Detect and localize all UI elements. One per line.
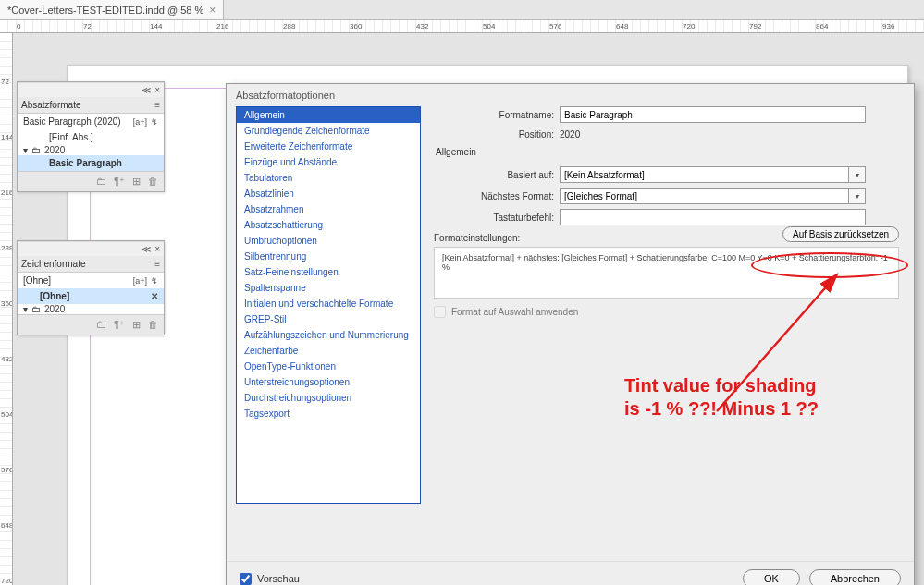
ruler-tick: 504 (483, 22, 495, 30)
cancel-button[interactable]: Abbrechen (809, 569, 901, 585)
clear-overrides-icon[interactable]: ¶⁺ (114, 319, 125, 331)
based-on-combo[interactable]: ▾ (560, 166, 866, 183)
list-item[interactable]: [Ohne] ✕ (18, 288, 164, 304)
ok-button[interactable]: OK (743, 569, 800, 585)
clear-override-icon[interactable]: ↯ (151, 276, 158, 286)
category-item[interactable]: Unterstreichungsoptionen (237, 374, 420, 390)
paragraph-style-options-dialog[interactable]: Absatzformatoptionen AllgemeinGrundlegen… (226, 83, 915, 585)
override-indicator[interactable]: [a+] (133, 276, 147, 286)
category-item[interactable]: Einzüge und Abstände (237, 154, 420, 170)
ruler-tick: 216 (1, 189, 13, 197)
folder-item[interactable]: ▾ 🗀 2020 (18, 145, 164, 155)
next-style-input[interactable] (560, 188, 849, 204)
ruler-tick: 360 (1, 299, 13, 308)
clear-override-icon[interactable]: ↯ (151, 117, 158, 127)
category-item[interactable]: Absatzlinien (237, 186, 420, 201)
next-style-combo[interactable]: ▾ (560, 188, 866, 204)
category-item[interactable]: Umbruchoptionen (237, 233, 420, 249)
position-value: 2020 (560, 128, 866, 141)
panel-paragraph-styles[interactable]: ≪ × Absatzformate ≡ Basic Paragraph (202… (17, 81, 165, 192)
category-item[interactable]: Durchstreichungsoptionen (237, 390, 420, 406)
category-item[interactable]: Absatzschattierung (237, 217, 420, 233)
clear-overrides-icon[interactable]: ¶⁺ (114, 176, 125, 188)
ruler-tick: 648 (1, 521, 13, 530)
category-item[interactable]: Satz-Feineinstellungen (237, 264, 420, 280)
category-item[interactable]: Silbentrennung (237, 249, 420, 264)
ruler-tick: 72 (83, 22, 92, 30)
new-folder-icon[interactable]: 🗀 (96, 176, 106, 188)
panel-menu-icon[interactable]: ≡ (154, 100, 160, 110)
ruler-tick: 792 (749, 22, 761, 30)
override-indicator[interactable]: [a+] (133, 117, 147, 127)
panel-close-icon[interactable]: × (154, 244, 160, 254)
close-icon[interactable]: × (209, 4, 216, 17)
category-item[interactable]: Initialen und verschachtelte Formate (237, 296, 420, 311)
new-folder-icon[interactable]: 🗀 (96, 319, 106, 331)
ruler-tick: 576 (1, 466, 13, 474)
category-item[interactable]: GREP-Stil (237, 311, 420, 327)
dialog-footer: Vorschau OK Abbrechen (227, 561, 914, 585)
ruler-horizontal: 072144216288360432504576648720792864936 (0, 20, 924, 33)
settings-summary-box: [Kein Absatzformat] + nächstes: [Gleiche… (434, 247, 899, 299)
ruler-tick: 432 (416, 22, 428, 30)
reset-to-base-button[interactable]: Auf Basis zurücksetzen (782, 226, 899, 242)
ruler-tick: 576 (549, 22, 561, 30)
preview-label: Vorschau (257, 573, 300, 584)
delete-icon[interactable]: 🗑 (148, 319, 158, 331)
category-item[interactable]: Tabulatoren (237, 170, 420, 186)
formatname-label: Formatname: (434, 110, 554, 120)
ruler-tick: 720 (1, 577, 13, 585)
annotation-text: Tint value for shading is -1 % ??! Minus… (624, 374, 819, 420)
ruler-tick: 720 (683, 22, 695, 30)
formatname-input[interactable] (560, 106, 866, 123)
panel-collapse-icon[interactable]: ≪ (142, 85, 151, 95)
current-style-name: Basic Paragraph (2020) (23, 116, 121, 127)
list-item[interactable]: Basic Paragraph (18, 155, 164, 171)
settings-summary-text: [Kein Absatzformat] + nächstes: [Gleiche… (442, 253, 888, 272)
ruler-tick: 432 (1, 355, 13, 363)
next-style-label: Nächstes Format: (434, 191, 554, 201)
none-style-icon: ✕ (151, 291, 158, 301)
document-tab-title: *Cover-Letters-TEST-EDITED.indd @ 58 % (7, 5, 203, 16)
delete-icon[interactable]: 🗑 (148, 176, 158, 188)
based-on-label: Basiert auf: (434, 170, 554, 180)
category-item[interactable]: OpenType-Funktionen (237, 359, 420, 374)
ruler-tick: 360 (350, 22, 362, 30)
ruler-tick: 288 (1, 244, 13, 252)
category-item[interactable]: Grundlegende Zeichenformate (237, 123, 420, 139)
current-style-name: [Ohne] (23, 275, 51, 286)
chevron-down-icon[interactable]: ▾ (849, 166, 866, 183)
category-item[interactable]: Zeichenfarbe (237, 343, 420, 359)
panel-close-icon[interactable]: × (154, 85, 160, 95)
preview-checkbox[interactable] (240, 573, 252, 585)
new-style-icon[interactable]: ⊞ (132, 176, 141, 188)
category-item[interactable]: Tagsexport (237, 406, 420, 421)
ruler-tick: 288 (283, 22, 295, 30)
folder-icon: 🗀 (31, 304, 41, 314)
folder-item[interactable]: ▾ 🗀 2020 (18, 304, 164, 314)
panel-title: Zeichenformate (21, 259, 85, 269)
category-item[interactable]: Absatzrahmen (237, 201, 420, 217)
panel-collapse-icon[interactable]: ≪ (142, 244, 151, 254)
category-item[interactable]: Allgemein (237, 107, 420, 123)
ruler-tick: 144 (150, 22, 162, 30)
chevron-down-icon[interactable]: ▾ (849, 188, 866, 204)
document-tab[interactable]: *Cover-Letters-TEST-EDITED.indd @ 58 % × (0, 0, 224, 19)
ruler-tick: 648 (616, 22, 628, 30)
new-style-icon[interactable]: ⊞ (132, 319, 141, 331)
based-on-input[interactable] (560, 166, 849, 183)
category-item[interactable]: Spaltenspanne (237, 280, 420, 296)
document-tab-bar: *Cover-Letters-TEST-EDITED.indd @ 58 % × (0, 0, 924, 20)
panel-title: Absatzformate (21, 100, 80, 110)
workspace: 72144216288360432504576648720 ≪ × Absatz… (0, 33, 924, 585)
shortcut-input[interactable] (560, 209, 866, 225)
category-list[interactable]: AllgemeinGrundlegende ZeichenformateErwe… (236, 106, 421, 504)
category-item[interactable]: Erweiterte Zeichenformate (237, 139, 420, 154)
panel-menu-icon[interactable]: ≡ (154, 259, 160, 269)
panel-character-styles[interactable]: ≪ × Zeichenformate ≡ [Ohne] [a+] ↯ [Ohne… (17, 240, 165, 335)
ruler-tick: 216 (216, 22, 228, 30)
dialog-right-pane: Formatname: Position: 2020 Allgemein Bas… (421, 106, 905, 554)
list-item[interactable]: [Einf. Abs.] (18, 129, 164, 145)
dialog-title: Absatzformatoptionen (227, 84, 914, 106)
category-item[interactable]: Aufzählungszeichen und Nummerierung (237, 327, 420, 343)
